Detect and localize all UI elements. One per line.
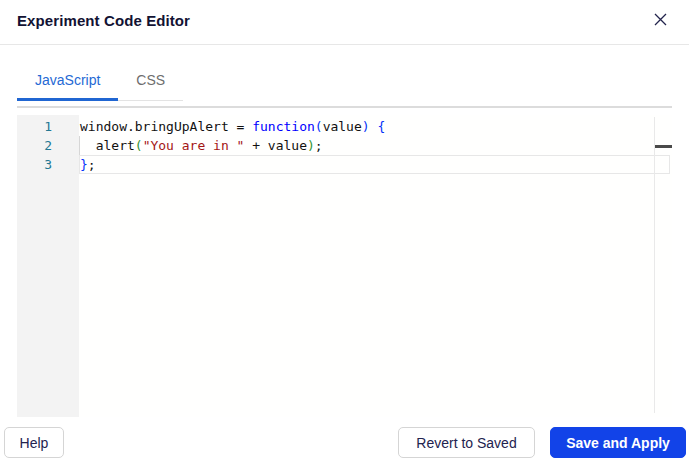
code-line[interactable]: alert("You are in " + value); xyxy=(79,136,672,155)
tab-css[interactable]: CSS xyxy=(118,66,183,101)
code-line[interactable]: }; xyxy=(79,155,672,174)
modal-title: Experiment Code Editor xyxy=(17,12,190,29)
code-token-plain: value xyxy=(323,119,362,134)
editor-gutter: 123 xyxy=(17,115,79,417)
help-button[interactable]: Help xyxy=(4,427,64,458)
code-token-plain: window.bringUpAlert = xyxy=(80,119,252,134)
code-line[interactable]: window.bringUpAlert = function(value) { xyxy=(79,117,672,136)
save-and-apply-button[interactable]: Save and Apply xyxy=(550,427,686,458)
code-token-plain: + value xyxy=(244,138,307,153)
tab-javascript[interactable]: JavaScript xyxy=(17,66,118,101)
overview-ruler-border xyxy=(654,117,655,413)
overview-ruler-cursor-marker xyxy=(655,145,672,148)
line-number: 3 xyxy=(17,155,79,174)
code-editor[interactable]: 123 window.bringUpAlert = function(value… xyxy=(17,115,672,417)
code-token-string: "You are in " xyxy=(143,138,245,153)
code-token-plain: ; xyxy=(315,138,323,153)
code-token-plain: ; xyxy=(88,157,96,172)
line-number: 2 xyxy=(17,136,79,155)
code-token-bracket1: ( xyxy=(315,119,323,134)
tab-bar: JavaScript CSS xyxy=(17,66,183,101)
editor-content[interactable]: window.bringUpAlert = function(value) { … xyxy=(79,117,672,415)
experiment-code-editor-modal: Experiment Code Editor JavaScript CSS 12… xyxy=(0,0,689,464)
close-icon xyxy=(653,12,668,30)
revert-to-saved-button[interactable]: Revert to Saved xyxy=(398,427,535,458)
modal-header: Experiment Code Editor xyxy=(0,0,689,45)
code-token-bracket1: } xyxy=(80,157,88,172)
tabs-divider xyxy=(17,106,672,108)
code-token-plain: alert xyxy=(80,138,135,153)
code-token-bracket2: ( xyxy=(135,138,143,153)
code-token-bracket2: ) xyxy=(307,138,315,153)
code-token-keyword: function xyxy=(252,119,315,134)
code-token-bracket1: { xyxy=(377,119,385,134)
close-button[interactable] xyxy=(648,9,672,33)
line-number: 1 xyxy=(17,117,79,136)
code-token-bracket1: ) xyxy=(362,119,370,134)
